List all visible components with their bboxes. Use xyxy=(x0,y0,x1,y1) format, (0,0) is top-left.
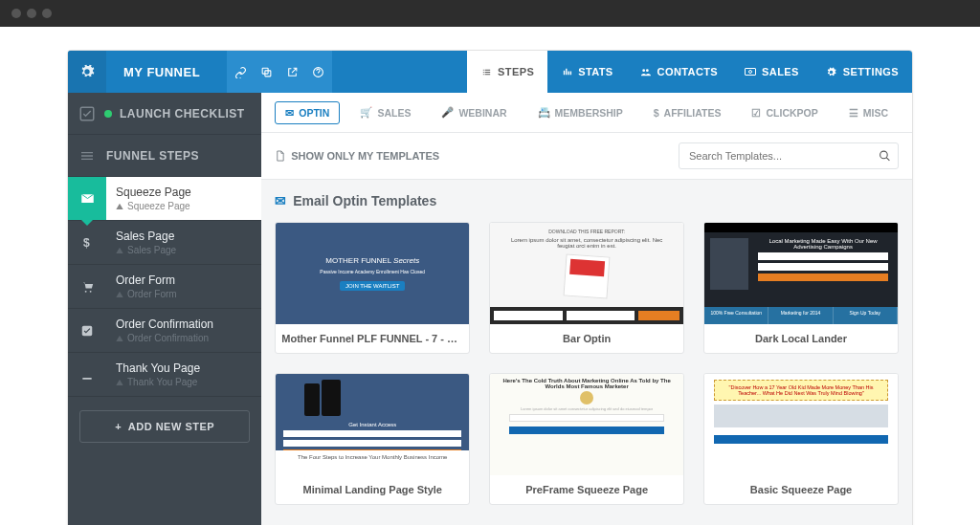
template-card[interactable]: MOTHER FUNNEL Secrets Passive Income Aca… xyxy=(275,222,470,354)
status-dot xyxy=(104,110,112,118)
svg-point-4 xyxy=(646,69,649,72)
template-card[interactable]: DOWNLOAD THIS FREE REPORT: Lorem ipsum d… xyxy=(489,222,684,354)
template-card[interactable]: Get Instant Access The Four Steps to Inc… xyxy=(275,373,470,505)
browser-dot xyxy=(42,9,52,18)
step-sales-page[interactable]: $ Sales Page Sales Page xyxy=(68,221,261,265)
step-order-form[interactable]: Order Form Order Form xyxy=(68,265,261,309)
step-order-confirmation[interactable]: Order Confirmation Order Confirmation xyxy=(68,309,261,353)
app-window: MY FUNNEL STEPS STATS CONTACTS SALE xyxy=(67,50,913,525)
filter-optin[interactable]: ✉OPTIN xyxy=(275,101,340,124)
template-thumb: "Discover How a 17 Year Old Kid Made Mor… xyxy=(704,374,898,475)
tab-sales[interactable]: SALES xyxy=(731,51,813,93)
envelope-icon xyxy=(68,177,106,220)
envelope-icon: ✉ xyxy=(275,193,286,208)
topbar: MY FUNNEL STEPS STATS CONTACTS SALE xyxy=(68,51,912,93)
filter-membership[interactable]: 📇MEMBERSHIP xyxy=(527,100,634,124)
svg-text:$: $ xyxy=(83,236,90,250)
filter-affiliates[interactable]: $AFFILIATES xyxy=(643,101,732,124)
svg-point-10 xyxy=(880,151,888,159)
dollar-icon: $ xyxy=(68,221,106,264)
tab-settings[interactable]: SETTINGS xyxy=(813,51,912,93)
svg-rect-5 xyxy=(746,69,756,76)
template-thumb: Get Instant Access The Four Steps to Inc… xyxy=(276,374,469,475)
show-only-my-templates[interactable]: SHOW ONLY MY TEMPLATES xyxy=(275,150,439,163)
template-thumb: MOTHER FUNNEL Secrets Passive Income Aca… xyxy=(276,223,469,324)
add-new-step-button[interactable]: + ADD NEW STEP xyxy=(79,410,250,443)
template-thumb: Here's The Cold Truth About Marketing On… xyxy=(490,374,683,475)
file-icon xyxy=(275,150,285,163)
tab-stats[interactable]: STATS xyxy=(547,51,626,93)
gear-icon xyxy=(826,66,837,77)
sidebar: LAUNCH CHECKLIST FUNNEL STEPS Squeeze Pa… xyxy=(68,93,261,525)
template-card[interactable]: Here's The Cold Truth About Marketing On… xyxy=(489,373,684,505)
template-card[interactable]: "Discover How a 17 Year Old Kid Made Mor… xyxy=(703,373,899,505)
main-panel: ✉OPTIN 🛒SALES 🎤WEBINAR 📇MEMBERSHIP $AFFI… xyxy=(261,93,912,525)
stats-icon xyxy=(561,66,572,77)
filter-clickpop[interactable]: ☑CLICKPOP xyxy=(741,101,828,124)
copy-icon[interactable] xyxy=(260,66,273,78)
filter-webinar[interactable]: 🎤WEBINAR xyxy=(431,100,517,124)
svg-point-6 xyxy=(749,71,752,74)
launch-checklist[interactable]: LAUNCH CHECKLIST xyxy=(68,93,261,135)
list-icon xyxy=(480,66,492,77)
help-icon[interactable] xyxy=(312,66,324,78)
envelope-icon: ✉ xyxy=(285,107,294,119)
browser-dot xyxy=(27,9,36,18)
tab-contacts[interactable]: CONTACTS xyxy=(627,51,732,93)
svg-point-3 xyxy=(642,69,645,72)
mic-icon: 🎤 xyxy=(441,106,454,119)
template-thumb: DOWNLOAD THIS FREE REPORT: Lorem ipsum d… xyxy=(490,223,683,324)
link-icon[interactable] xyxy=(234,66,247,78)
checklist-icon xyxy=(68,105,106,122)
checkbox-icon xyxy=(68,309,106,352)
dollar-icon: $ xyxy=(654,107,659,119)
app-gear-icon[interactable] xyxy=(68,51,106,93)
cart-icon xyxy=(68,265,106,308)
browser-chrome xyxy=(0,0,980,27)
funnel-title: MY FUNNEL xyxy=(106,51,217,93)
step-thank-you[interactable]: Thank You Page Thank You Page xyxy=(68,353,261,397)
template-filter-bar: ✉OPTIN 🛒SALES 🎤WEBINAR 📇MEMBERSHIP $AFFI… xyxy=(261,93,912,133)
plus-icon: + xyxy=(115,421,128,432)
download-icon xyxy=(68,353,106,396)
funnel-steps-header: FUNNEL STEPS xyxy=(68,135,261,177)
template-grid: MOTHER FUNNEL Secrets Passive Income Aca… xyxy=(275,222,899,505)
step-squeeze-page[interactable]: Squeeze Page Squeeze Page xyxy=(68,177,261,221)
browser-dot xyxy=(11,9,21,18)
external-icon[interactable] xyxy=(286,66,299,78)
filter-misc[interactable]: ☰MISC xyxy=(838,101,899,124)
template-subbar: SHOW ONLY MY TEMPLATES xyxy=(261,133,912,180)
toolbar-icons xyxy=(227,51,332,93)
menu-icon xyxy=(68,148,106,164)
search-input[interactable] xyxy=(679,142,899,169)
template-thumb: Local Marketing Made Easy With Our New A… xyxy=(704,223,898,324)
template-card[interactable]: Local Marketing Made Easy With Our New A… xyxy=(703,222,899,354)
section-title: ✉ Email Optin Templates xyxy=(275,193,899,208)
filter-sales[interactable]: 🛒SALES xyxy=(349,100,421,124)
search-icon xyxy=(879,150,891,163)
tab-steps[interactable]: STEPS xyxy=(467,51,547,93)
sales-icon xyxy=(745,66,756,77)
badge-icon: 📇 xyxy=(538,106,550,119)
nav-tabs: STEPS STATS CONTACTS SALES SETTINGS xyxy=(467,51,912,93)
cart-icon: 🛒 xyxy=(360,106,372,119)
list-icon: ☰ xyxy=(849,107,858,119)
contacts-icon xyxy=(640,66,652,77)
popup-icon: ☑ xyxy=(751,107,761,119)
